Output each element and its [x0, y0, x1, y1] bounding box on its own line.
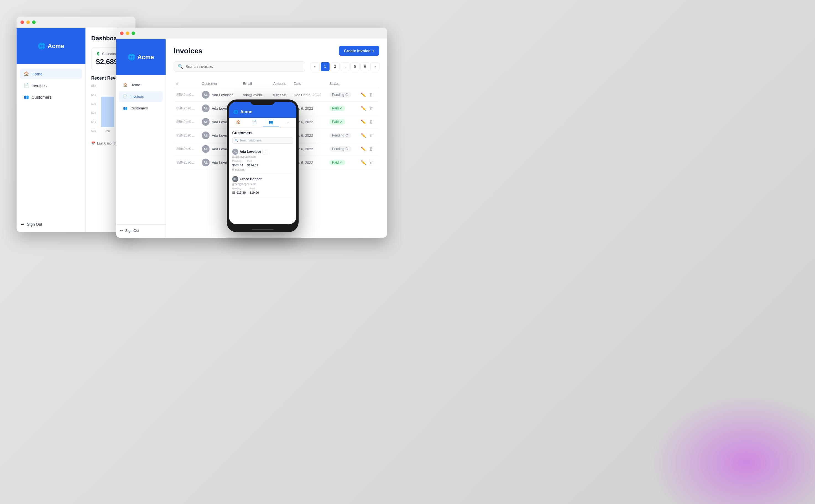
nav-items: 🏠 Home 📄 Invoices 👥 Customers	[17, 64, 85, 218]
phone-nav-invoices[interactable]: 📄	[246, 118, 263, 127]
page-next[interactable]: →	[370, 62, 379, 71]
phone-content: Customers 🔍 Search customers AL Ada Love…	[229, 127, 296, 224]
invoices-header: Invoices Create Invoice +	[174, 46, 379, 56]
invoices-title: Invoices	[174, 47, 202, 55]
phone-home-icon: 🏠	[236, 120, 240, 124]
customer-stats-ada: Pending $561.34 Paid $124.01	[232, 160, 293, 167]
edit-button[interactable]: ✏️	[360, 91, 367, 98]
sidebar-item-invoices[interactable]: 📄 Invoices	[20, 80, 82, 91]
page-prev[interactable]: ←	[311, 62, 319, 71]
stat-pending-grace: Pending $3,017.30	[232, 187, 246, 195]
delete-button[interactable]: 🗑	[368, 118, 374, 125]
invoices-icon: 📄	[24, 83, 29, 88]
cell-status: Pending ⏱	[326, 88, 357, 102]
cell-actions: ✏️ 🗑	[357, 142, 379, 156]
customer-arrow-ada[interactable]: →	[262, 149, 268, 154]
col-hash: #	[174, 79, 199, 88]
delete-button[interactable]: 🗑	[368, 105, 374, 112]
edit-button[interactable]: ✏️	[360, 118, 367, 125]
stat-pending-ada: Pending $561.34	[232, 160, 243, 167]
minimize-dot[interactable]	[26, 20, 30, 24]
sidebar-item-customers-mid[interactable]: 👥 Customers	[119, 103, 163, 113]
col-amount: Amount	[271, 79, 291, 88]
maximize-dot-mid[interactable]	[132, 31, 135, 35]
delete-button[interactable]: 🗑	[368, 145, 374, 152]
customers-icon-mid: 👥	[123, 106, 128, 111]
page-5[interactable]: 5	[350, 62, 359, 71]
avatar: AL	[202, 145, 209, 153]
globe-icon: 🌐	[38, 43, 45, 50]
close-dot[interactable]	[20, 20, 24, 24]
col-customer: Customer	[199, 79, 240, 88]
customer-name-ada: Ada Lovelace	[240, 150, 261, 154]
status-badge: Pending ⏱	[329, 133, 351, 138]
delete-button[interactable]: 🗑	[368, 91, 374, 98]
cell-status: Paid ✓	[326, 156, 357, 169]
status-badge: Pending ⏱	[329, 92, 351, 98]
delete-button[interactable]: 🗑	[368, 159, 374, 166]
home-icon-mid: 🏠	[123, 82, 128, 87]
avatar: AL	[202, 91, 209, 99]
avatar: AL	[202, 132, 209, 139]
invoice-count-ada: 6 invoices	[232, 168, 293, 171]
customer-card-ada[interactable]: AL Ada Lovelace → ada@lovelace.com Pendi…	[232, 146, 293, 174]
col-email: Email	[240, 79, 271, 88]
search-input[interactable]	[185, 64, 301, 69]
home-icon: 🏠	[24, 71, 29, 76]
stat-paid-ada: Paid $124.01	[247, 160, 258, 167]
globe-icon-phone: 🌐	[233, 110, 238, 114]
globe-icon-mid: 🌐	[128, 54, 135, 61]
cell-actions: ✏️ 🗑	[357, 156, 379, 169]
cell-actions: ✏️ 🗑	[357, 88, 379, 102]
sidebar-item-customers[interactable]: 👥 Customers	[20, 92, 82, 102]
page-1[interactable]: 1	[321, 62, 329, 71]
phone-search-icon: 🔍	[235, 139, 238, 142]
edit-button[interactable]: ✏️	[360, 159, 367, 166]
edit-button[interactable]: ✏️	[360, 132, 367, 139]
page-6[interactable]: 6	[360, 62, 369, 71]
status-badge: Paid ✓	[329, 119, 345, 125]
dollar-circle-icon: 💲	[96, 52, 100, 56]
phone-notch	[250, 99, 275, 105]
signout-icon: ↩	[21, 222, 24, 227]
sidebar-logo-mid: 🌐 Acme	[116, 39, 166, 75]
col-date: Date	[291, 79, 326, 88]
phone-nav-more[interactable]: ⋯	[279, 118, 295, 127]
phone-invoices-icon: 📄	[252, 120, 257, 124]
customer-name-grace: Grace Hopper	[240, 177, 261, 181]
minimize-dot-mid[interactable]	[126, 31, 129, 35]
delete-button[interactable]: 🗑	[368, 132, 374, 139]
sign-out-mid[interactable]: ↩ Sign Out	[116, 224, 166, 238]
avatar: AL	[202, 104, 209, 112]
page-2[interactable]: 2	[331, 62, 339, 71]
phone-nav-customers[interactable]: 👥	[263, 118, 279, 127]
sidebar-item-home[interactable]: 🏠 Home	[20, 69, 82, 79]
edit-button[interactable]: ✏️	[360, 145, 367, 153]
avatar: AL	[202, 118, 209, 126]
pagination: ← 1 2 ... 5 6 →	[311, 62, 379, 71]
avatar: AL	[202, 159, 209, 166]
cell-actions: ✏️ 🗑	[357, 129, 379, 142]
close-dot-mid[interactable]	[120, 31, 124, 35]
create-invoice-button[interactable]: Create Invoice +	[339, 46, 379, 56]
maximize-dot[interactable]	[32, 20, 36, 24]
sidebar-item-invoices-mid[interactable]: 📄 Invoices	[119, 91, 163, 102]
cell-actions: ✏️ 🗑	[357, 115, 379, 129]
customer-card-grace[interactable]: GH Grace Hopper grace@hopper.com Pending…	[232, 174, 293, 198]
signout-icon-mid: ↩	[120, 229, 123, 233]
sign-out-button[interactable]: ↩ Sign Out	[17, 218, 85, 232]
cell-id: 85842ba0...	[174, 142, 199, 156]
phone-nav-home[interactable]: 🏠	[230, 118, 246, 127]
invoices-search-bar[interactable]: 🔍	[174, 61, 305, 72]
titlebar-dashboard	[17, 17, 135, 28]
edit-button[interactable]: ✏️	[360, 105, 367, 112]
avatar-grace: GH	[232, 176, 238, 182]
plus-icon: +	[372, 49, 374, 53]
cell-status: Paid ✓	[326, 115, 357, 129]
phone-logo: Acme	[240, 109, 252, 114]
phone-more-icon: ⋯	[285, 120, 289, 124]
phone-search-bar[interactable]: 🔍 Search customers	[232, 137, 293, 144]
sidebar-dashboard: 🌐 Acme 🏠 Home 📄 Invoices 👥 Customers	[17, 28, 86, 232]
cell-id: 85842ba0...	[174, 129, 199, 142]
sidebar-item-home-mid[interactable]: 🏠 Home	[119, 80, 163, 90]
